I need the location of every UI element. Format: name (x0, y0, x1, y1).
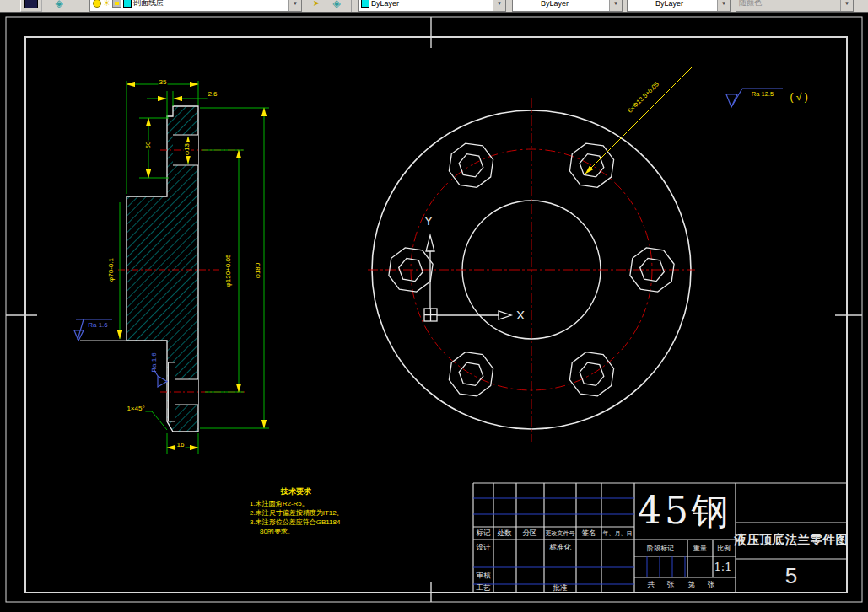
tb-review: 审核 (477, 571, 491, 581)
chamfer-leader (143, 411, 167, 430)
drawing-title: 液压顶底法兰零件图 (735, 532, 849, 548)
dim-outer-dia: φ180 (255, 262, 262, 280)
tb-mark: 标记 (477, 529, 491, 539)
holes-leader-line (585, 66, 693, 174)
tb-weight: 重量 (693, 544, 707, 553)
tb-zone: 分区 (523, 529, 537, 539)
tb-date: 年、月、日 (603, 529, 633, 538)
dim-depth: 50 (145, 141, 153, 150)
ucs-x-label: X (515, 309, 526, 323)
tb-standardize: 标准化 (549, 543, 571, 553)
drawing-number: 5 (785, 563, 797, 589)
tech-req-line: 80的要求。 (260, 529, 294, 536)
tb-page: 第 (688, 580, 696, 590)
front-view (368, 66, 695, 442)
tech-req-line: 1.未注圆角R2-R5。 (250, 501, 309, 508)
scale-value: 1:1 (714, 561, 732, 573)
bolt-hole (568, 142, 615, 189)
dim-bore: φ70-0.1 (108, 257, 116, 282)
tech-req-title: 技术要求 (281, 488, 311, 497)
tb-approve: 批准 (553, 583, 568, 593)
tb-total: 共 (648, 580, 655, 590)
drawing-canvas (0, 0, 868, 612)
tb-design: 设计 (477, 543, 491, 553)
section-view (74, 81, 269, 454)
tb-sheet2: 张 (708, 580, 715, 590)
tb-stage: 阶段标记 (647, 544, 674, 553)
cad-application-window: ◈ ☀ 剖面线层 ▼ ➤ ◈ ByLayer ▼ ByLayer ▼ (0, 0, 868, 612)
chamfer-note: 1×45° (126, 405, 145, 413)
tech-req-line: 2.未注尺寸偏差按精度为IT12。 (250, 510, 343, 518)
dim-step: 2.6 (207, 91, 218, 99)
default-roughness-paren: ( √ ) (789, 92, 808, 103)
ucs-y-label: Y (423, 214, 434, 228)
tb-signature: 签名 (582, 529, 596, 539)
tb-sheet: 张 (667, 580, 675, 590)
dim-hole-dia: φ13 (184, 142, 191, 156)
dim-bolt-circle: φ120+0.05 (225, 254, 233, 288)
tb-count: 处数 (498, 529, 512, 539)
ucs-x-arrowhead (499, 311, 511, 319)
tech-req-line: 3.未注形位公差应符合GB1184- (250, 519, 342, 527)
ucs-icon (424, 235, 511, 321)
dim-width: 35 (159, 79, 168, 87)
tb-scale: 比例 (717, 544, 731, 553)
ucs-y-arrowhead (426, 235, 434, 251)
tb-change-file: 更改文件号 (546, 529, 575, 538)
roughness-edge: Ra 1.6 (151, 352, 159, 373)
roughness-left: Ra 1.6 (87, 322, 109, 330)
tb-process: 工艺 (477, 583, 491, 593)
material: 45钢 (638, 486, 732, 536)
dim-thickness: 16 (176, 442, 186, 449)
default-roughness-value: Ra 12.5 (751, 91, 774, 98)
